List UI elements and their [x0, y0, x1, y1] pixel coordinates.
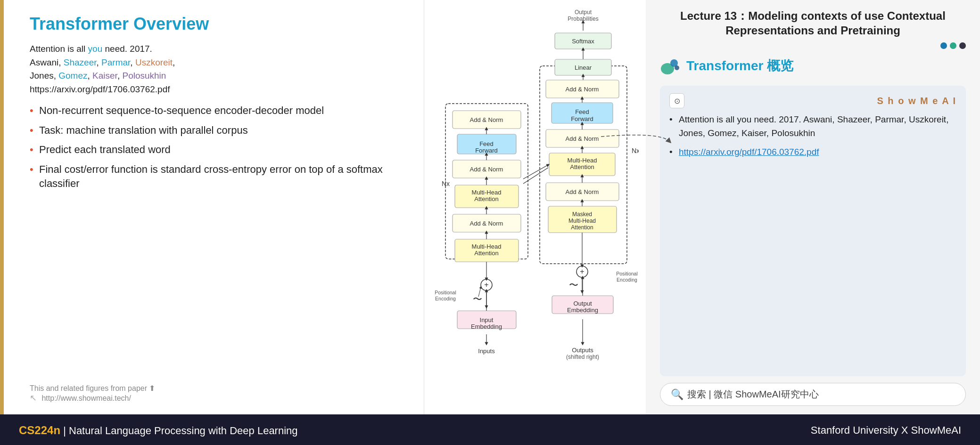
slide-footer: This and related figures from paper ⬆ ↖ …: [30, 384, 155, 403]
svg-text:Add & Norm: Add & Norm: [470, 220, 503, 227]
search-bar[interactable]: 🔍 搜索 | 微信 ShowMeAI研究中心: [660, 383, 966, 406]
right-panel: Lecture 13：Modeling contexts of use Cont…: [646, 0, 980, 414]
svg-text:Input: Input: [480, 316, 494, 324]
bullet-item-4: Final cost/error function is standard cr…: [30, 162, 405, 190]
svg-text:Positional: Positional: [616, 271, 638, 276]
transformer-icon: [660, 56, 681, 76]
svg-text:Multi-Head: Multi-Head: [472, 189, 502, 196]
svg-text:Multi-Head: Multi-Head: [568, 218, 596, 224]
svg-text:+: +: [580, 267, 584, 275]
cs-label: CS224n: [19, 424, 60, 437]
svg-text:Attention: Attention: [474, 250, 498, 257]
course-name: Natural Language Processing with Deep Le…: [69, 425, 298, 437]
body-line2: Aswani, Shazeer, Parmar, Uszkoreit,: [30, 57, 175, 67]
svg-text:Encoding: Encoding: [435, 296, 456, 301]
svg-text:Add & Norm: Add & Norm: [566, 135, 599, 142]
card-bullet-1: Attention is all you need. 2017. Aswani,…: [669, 113, 956, 140]
svg-point-86: [675, 65, 679, 70]
svg-text:Attention: Attention: [474, 195, 498, 202]
svg-text:Output: Output: [575, 9, 592, 16]
bottom-bar: CS224n | Natural Language Processing wit…: [0, 414, 980, 445]
slide-title: Transformer Overview: [30, 14, 405, 34]
svg-text:Attention: Attention: [570, 163, 594, 170]
card-header: ⊙ S h o w M e A I: [669, 93, 956, 108]
svg-text:(shifted right): (shifted right): [566, 354, 599, 360]
svg-text:Multi-Head: Multi-Head: [568, 157, 597, 164]
diagram-svg: Add & Norm Feed Forward Add & Norm Multi…: [431, 5, 639, 410]
svg-text:Add & Norm: Add & Norm: [470, 166, 503, 173]
showmeai-brand: S h o w M e A I: [877, 96, 956, 106]
showmeai-badge-icon: ⊙: [669, 93, 684, 108]
body-url: https://arxiv.org/pdf/1706.03762.pdf: [30, 84, 170, 94]
svg-text:〜: 〜: [473, 294, 482, 304]
svg-text:Positional: Positional: [435, 290, 456, 295]
header-dots: [660, 42, 966, 49]
bullet-list: Non-recurrent sequence-to-sequence encod…: [30, 104, 405, 190]
svg-text:Outputs: Outputs: [572, 347, 593, 354]
cursor-icon: ↖: [30, 393, 37, 403]
svg-text:Inputs: Inputs: [478, 348, 495, 355]
svg-text:Nx: Nx: [442, 180, 450, 187]
svg-text:Feed: Feed: [479, 140, 494, 147]
svg-text:Add & Norm: Add & Norm: [566, 188, 599, 195]
svg-text:Forward: Forward: [475, 147, 498, 154]
svg-text:Probabilities: Probabilities: [568, 16, 598, 22]
svg-text:Output: Output: [573, 300, 592, 307]
body-line3: Jones, Gomez, Kaiser, Polosukhin: [30, 71, 166, 81]
slide-panel: Transformer Overview Attention is all yo…: [0, 0, 424, 414]
svg-text:Encoding: Encoding: [617, 277, 637, 283]
card-bullet-2[interactable]: https://arxiv.org/pdf/1706.03762.pdf: [669, 146, 956, 159]
bottom-bar-left: CS224n | Natural Language Processing wit…: [19, 424, 298, 437]
dot-3: [959, 42, 966, 49]
diagram-area: Add & Norm Feed Forward Add & Norm Multi…: [424, 0, 646, 414]
slide-body-text: Attention is all you need. 2017. Aswani,…: [30, 42, 405, 96]
svg-text:Feed: Feed: [575, 108, 589, 115]
search-icon: 🔍: [671, 388, 684, 401]
svg-text:〜: 〜: [569, 280, 578, 290]
svg-text:Masked: Masked: [572, 211, 592, 218]
svg-text:Nx: Nx: [632, 147, 639, 154]
footer-note: This and related figures from paper ⬆: [30, 384, 155, 393]
svg-text:Multi-Head: Multi-Head: [472, 243, 502, 250]
search-text: 搜索 | 微信 ShowMeAI研究中心: [687, 388, 819, 401]
bullet-item-2: Task: machine translation with parallel …: [30, 123, 405, 138]
body-line1: Attention is all you need. 2017.: [30, 44, 152, 54]
svg-line-83: [523, 168, 548, 184]
lecture-title: Lecture 13：Modeling contexts of use Cont…: [660, 8, 966, 38]
svg-text:Add & Norm: Add & Norm: [566, 86, 599, 93]
card-bullet-list: Attention is all you need. 2017. Aswani,…: [669, 113, 956, 159]
svg-text:Linear: Linear: [575, 64, 592, 71]
svg-text:Embedding: Embedding: [567, 307, 598, 314]
right-transformer-title: Transformer 概览: [686, 57, 793, 75]
svg-text:Attention: Attention: [571, 224, 593, 231]
svg-text:Embedding: Embedding: [471, 323, 502, 330]
showmeai-card: ⊙ S h o w M e A I Attention is all you n…: [660, 86, 966, 376]
svg-line-82: [523, 165, 548, 179]
dot-2: [950, 42, 956, 49]
footer-link[interactable]: http://www.showmeai.tech/: [41, 394, 131, 402]
card-link[interactable]: https://arxiv.org/pdf/1706.03762.pdf: [679, 147, 819, 157]
right-transformer-header: Transformer 概览: [660, 56, 966, 76]
footer-link-row: ↖ http://www.showmeai.tech/: [30, 393, 155, 403]
bullet-item-1: Non-recurrent sequence-to-sequence encod…: [30, 104, 405, 118]
bottom-bar-right: Stanford University X ShowMeAI: [811, 424, 961, 437]
svg-text:Forward: Forward: [571, 115, 593, 122]
dot-1: [940, 42, 947, 49]
svg-text:Softmax: Softmax: [572, 38, 594, 45]
bullet-item-3: Predict each translated word: [30, 143, 405, 157]
svg-text:Add & Norm: Add & Norm: [470, 116, 503, 123]
separator: |: [63, 425, 69, 437]
svg-text:+: +: [484, 281, 488, 289]
